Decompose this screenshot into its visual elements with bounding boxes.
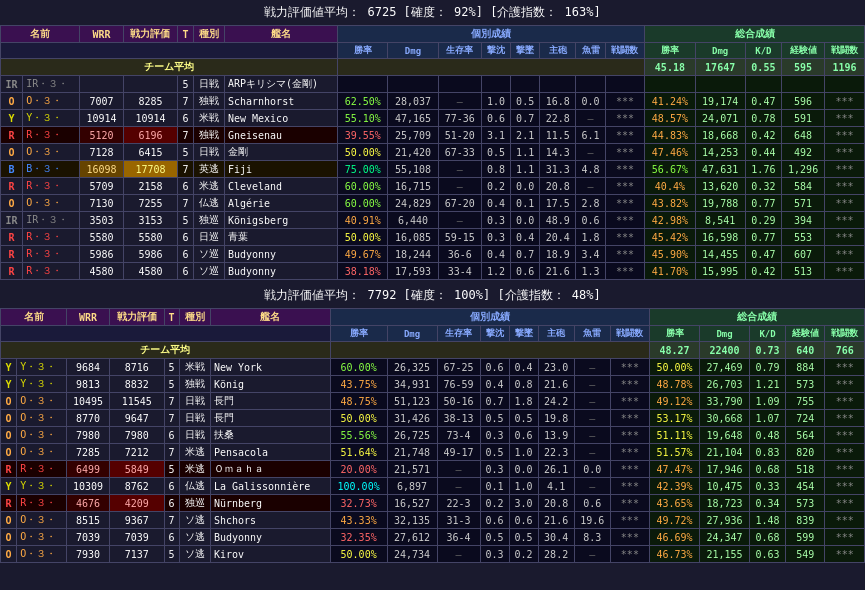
table-row: IRIR・３・350331535独巡Königsberg40.91%6,440—…: [1, 212, 865, 229]
kill-sub: 撃沈: [481, 43, 510, 59]
total-stat-cell: 18,723: [700, 495, 750, 512]
total-stat-cell: ***: [825, 195, 865, 212]
ind-stat-cell: 59-15: [438, 229, 481, 246]
ship-cell: 金剛: [224, 144, 337, 161]
ind-stat-cell: 49-17: [437, 444, 480, 461]
ind-stat-cell: 24,734: [387, 546, 437, 563]
ind-stat-cell: 0.6: [511, 263, 540, 280]
ind-stat-cell: 22.8: [540, 110, 576, 127]
eval-cell: 5986: [123, 246, 178, 263]
rank-cell: R: [1, 263, 23, 280]
ind-stat-cell: 6.1: [576, 127, 605, 144]
ind-stat-cell: 16,527: [387, 495, 437, 512]
total-stat-cell: 1.09: [750, 393, 786, 410]
t-cell: 7: [178, 93, 193, 110]
total-stat-cell: ***: [825, 546, 865, 563]
ind-stat-cell: 0.0: [509, 461, 538, 478]
table-row: RR・３・512061967独戦Gneisenau39.55%25,70951-…: [1, 127, 865, 144]
ind-stat-cell: 8.3: [574, 529, 610, 546]
ind-stat-cell: 21.6: [538, 376, 574, 393]
ind-stat-cell: 76-59: [437, 376, 480, 393]
ind-stat-cell: 25,709: [388, 127, 438, 144]
total-wr-cell: 43.82%: [645, 195, 695, 212]
table-row: YY・３・10914109146米戦New Mexico55.10%47,165…: [1, 110, 865, 127]
ind-stat-cell: 36-6: [438, 246, 481, 263]
ind-stat-cell: 3.4: [576, 246, 605, 263]
ind-stat-cell: 21.6: [538, 512, 574, 529]
ind-stat-cell: 20.8: [540, 178, 576, 195]
torp-sub: 魚雷: [576, 43, 605, 59]
total-battles-sub-2: 戦闘数: [825, 326, 865, 342]
ind-stat-cell: 18.9: [540, 246, 576, 263]
total-stat-cell: ***: [825, 263, 865, 280]
rank-cell: R: [1, 246, 23, 263]
ind-stat-cell: 24,829: [388, 195, 438, 212]
wrr-cell: 5580: [80, 229, 123, 246]
wrr-cell: 7007: [80, 93, 123, 110]
ind-stat-cell: 0.6: [509, 512, 538, 529]
ind-stat-cell: 47,165: [388, 110, 438, 127]
t-cell: 7: [164, 410, 179, 427]
ind-stat-cell: 0.0: [511, 178, 540, 195]
wr-cell: 32.73%: [330, 495, 387, 512]
wrr-cell: 6499: [67, 461, 110, 478]
ind-stat-cell: 36-4: [437, 529, 480, 546]
ind-stat-cell: 0.3: [480, 546, 509, 563]
total-stat-cell: 0.48: [750, 427, 786, 444]
total-stat-cell: 14,455: [695, 246, 745, 263]
type-cell: 日巡: [193, 229, 224, 246]
type-cell: 仏逃: [193, 195, 224, 212]
ship-cell: ARPキリシマ(金剛): [224, 76, 337, 93]
ind-stat-cell: 26.1: [538, 461, 574, 478]
ind-stat-cell: 17.5: [540, 195, 576, 212]
name-cell: O・３・: [23, 144, 80, 161]
type-cell: 米逃: [179, 461, 210, 478]
total-stat-cell: ***: [825, 127, 865, 144]
rank-cell: O: [1, 410, 17, 427]
ind-stat-cell: 4.8: [576, 161, 605, 178]
total-stat-cell: 0.78: [745, 110, 781, 127]
total-wr-cell: 45.42%: [645, 229, 695, 246]
total-wr-cell: 48.57%: [645, 110, 695, 127]
total-stat-cell: ***: [825, 376, 865, 393]
ship-cell: Budyonny: [224, 263, 337, 280]
type-cell: 独巡: [179, 495, 210, 512]
total-stat-cell: ***: [825, 393, 865, 410]
ind-stat-cell: 23.0: [538, 359, 574, 376]
ind-stat-cell: 30.4: [538, 529, 574, 546]
wr-sub: 勝率: [338, 43, 388, 59]
wr-cell: 38.18%: [338, 263, 388, 280]
wr-cell: 48.75%: [330, 393, 387, 410]
total-wr-sub: 勝率: [645, 43, 695, 59]
wrr-cell: 7285: [67, 444, 110, 461]
ind-stat-cell: ***: [610, 546, 649, 563]
table-row: OO・３・700782857独戦Scharnhorst62.50%28,037—…: [1, 93, 865, 110]
total-stat-cell: ***: [825, 93, 865, 110]
total-stat-cell: 571: [782, 195, 825, 212]
total-stat-cell: 1.76: [745, 161, 781, 178]
total-stat-cell: 0.34: [750, 495, 786, 512]
ship-cell: 扶桑: [210, 427, 330, 444]
aa-sub-2: 撃墜: [509, 326, 538, 342]
ind-stat-cell: ***: [610, 478, 649, 495]
ind-stat-cell: 21.6: [540, 263, 576, 280]
ind-stat-cell: 1.8: [509, 393, 538, 410]
wr-cell: 55.10%: [338, 110, 388, 127]
total-wr-cell: 44.83%: [645, 127, 695, 144]
t-cell: 6: [164, 427, 179, 444]
ind-stat-cell: 0.6: [576, 212, 605, 229]
rank-cell: IR: [1, 76, 23, 93]
t-cell: 5: [164, 546, 179, 563]
t-cell: 5: [164, 376, 179, 393]
t-cell: 5: [178, 212, 193, 229]
total-battles-sub: 戦闘数: [825, 43, 865, 59]
ind-stat-cell: 0.5: [509, 410, 538, 427]
type-cell: ソ巡: [193, 246, 224, 263]
total-stat-cell: 591: [782, 110, 825, 127]
total-stat-cell: 0.44: [745, 144, 781, 161]
table-row: OO・３・728572127米逃Pensacola51.64%21,74849-…: [1, 444, 865, 461]
ind-stat-cell: 31,426: [387, 410, 437, 427]
ind-stat-cell: 0.3: [480, 461, 509, 478]
t-cell: 7: [178, 127, 193, 144]
eval-cell: 7980: [110, 427, 164, 444]
